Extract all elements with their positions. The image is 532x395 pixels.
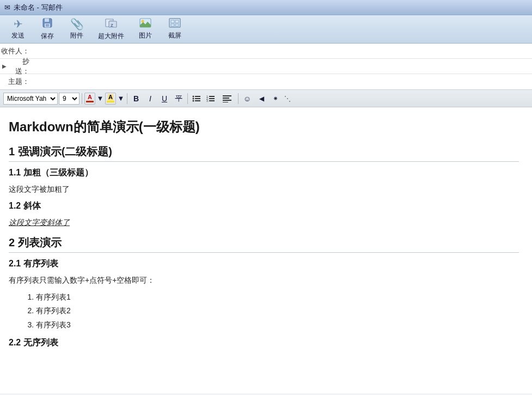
section2-h3-1: 2.1 有序列表 xyxy=(9,258,519,270)
cc-expand-icon[interactable]: ▶ xyxy=(0,63,9,69)
svg-rect-3 xyxy=(46,24,49,27)
subject-row: 主题： xyxy=(0,74,532,89)
svg-rect-14 xyxy=(171,24,174,26)
image-button[interactable]: 图片 xyxy=(132,16,159,42)
section2-h2: 2 列表演示 xyxy=(9,235,519,253)
screenshot-label: 截屏 xyxy=(168,31,181,40)
fmt-sep-3 xyxy=(187,93,188,104)
font-family-select[interactable]: Microsoft Yah SimSun Arial xyxy=(3,93,58,105)
image-icon xyxy=(139,18,151,29)
list-item: 有序列表2 xyxy=(36,304,519,318)
save-label: 保存 xyxy=(41,32,54,41)
svg-point-16 xyxy=(193,95,194,97)
screenshot-button[interactable]: 截屏 xyxy=(161,16,188,42)
fmt-sep-1 xyxy=(82,93,82,104)
svg-text:Z: Z xyxy=(111,23,113,28)
send-button[interactable]: ✈ 发送 xyxy=(4,16,32,42)
attachment-icon: 📎 xyxy=(70,19,84,29)
save-icon xyxy=(42,17,53,30)
svg-rect-21 xyxy=(195,100,200,101)
large-attachment-button[interactable]: Z 超大附件 xyxy=(93,15,130,43)
svg-rect-19 xyxy=(195,98,200,99)
svg-point-18 xyxy=(193,98,194,99)
svg-rect-30 xyxy=(223,100,231,101)
emoji-button[interactable]: ☺ xyxy=(241,93,254,105)
section1-p1: 这段文字被加粗了 xyxy=(9,183,519,195)
underline-button[interactable]: U xyxy=(158,93,171,105)
to-input[interactable] xyxy=(33,46,532,56)
more-button[interactable]: ⁕‍ xyxy=(269,93,282,105)
section2-p1: 有序列表只需输入数字+点符号+空格即可： xyxy=(9,274,519,286)
svg-point-9 xyxy=(142,20,144,23)
font-color-dropdown[interactable]: ▼ xyxy=(96,93,104,105)
large-attachment-label: 超大附件 xyxy=(98,32,124,41)
svg-rect-29 xyxy=(223,98,229,99)
send-label: 发送 xyxy=(11,31,25,40)
svg-rect-27 xyxy=(209,100,215,101)
format-toolbar: Microsoft Yah SimSun Arial 9 8 10 11 12 … xyxy=(0,90,532,107)
fmt-sep-2 xyxy=(127,93,127,104)
section1-h3-2: 1.2 斜体 xyxy=(9,200,519,212)
attachment-button[interactable]: 📎 附件 xyxy=(63,16,90,42)
bg-color-dropdown[interactable]: ▼ xyxy=(117,93,125,105)
list-item: 有序列表3 xyxy=(36,318,519,332)
subject-input[interactable] xyxy=(33,77,532,87)
svg-text:3.: 3. xyxy=(206,99,209,102)
svg-point-20 xyxy=(193,100,194,101)
strikethrough-button[interactable]: 平 xyxy=(172,93,185,105)
subject-label: 主题： xyxy=(0,77,33,87)
ordered-list: 有序列表1 有序列表2 有序列表3 xyxy=(36,290,519,332)
bold-button[interactable]: B xyxy=(130,93,143,105)
title-bar-text: 未命名 - 写邮件 xyxy=(14,3,63,13)
to-row: 收件人： xyxy=(0,44,532,59)
svg-rect-23 xyxy=(209,96,215,97)
italic-button[interactable]: I xyxy=(144,93,157,105)
cc-input[interactable] xyxy=(33,61,532,71)
email-headers: 收件人： ▶ 抄送： 主题： xyxy=(0,44,532,90)
editor-area[interactable]: Markdown的简单演示(一级标题) 1 强调演示(二级标题) 1.1 加粗（… xyxy=(0,107,532,393)
to-label: 收件人： xyxy=(0,46,33,56)
cc-label: 抄送： xyxy=(9,57,33,76)
title-bar-icon: ✉ xyxy=(4,3,10,11)
large-attachment-icon: Z xyxy=(105,17,117,30)
attachment-label: 附件 xyxy=(70,31,83,40)
save-button[interactable]: 保存 xyxy=(34,15,61,43)
svg-rect-1 xyxy=(45,19,49,22)
svg-rect-15 xyxy=(175,24,179,26)
ordered-list-button[interactable]: 1.2.3. xyxy=(204,93,217,105)
signature-button[interactable]: ◀ xyxy=(255,93,268,105)
fmt-sep-4 xyxy=(238,93,239,104)
section1-h3-1: 1.1 加粗（三级标题） xyxy=(9,167,519,179)
image-label: 图片 xyxy=(139,31,152,40)
unordered-list-button[interactable] xyxy=(190,93,203,105)
svg-rect-28 xyxy=(223,95,231,96)
screenshot-icon xyxy=(169,18,181,29)
send-icon: ✈ xyxy=(14,19,23,29)
section1-h2: 1 强调演示(二级标题) xyxy=(9,144,519,162)
cc-row: ▶ 抄送： xyxy=(0,59,532,74)
content-h1: Markdown的简单演示(一级标题) xyxy=(9,118,519,136)
svg-rect-13 xyxy=(175,20,179,23)
svg-rect-12 xyxy=(171,20,174,23)
email-content: Markdown的简单演示(一级标题) 1 强调演示(二级标题) 1.1 加粗（… xyxy=(9,118,519,349)
font-color-button[interactable]: A xyxy=(84,93,95,105)
list-item: 有序列表1 xyxy=(36,290,519,304)
svg-rect-17 xyxy=(195,96,200,97)
svg-rect-31 xyxy=(223,102,228,102)
align-button[interactable] xyxy=(218,93,236,105)
title-bar: ✉ 未命名 - 写邮件 xyxy=(0,0,532,15)
bg-color-button[interactable]: A xyxy=(105,93,116,105)
section1-p2: 这段文字变斜体了 xyxy=(9,216,519,228)
section2-h3-2: 2.2 无序列表 xyxy=(9,337,519,349)
svg-rect-25 xyxy=(209,98,215,99)
main-toolbar: ✈ 发送 保存 📎 附件 Z 超大附件 图片 截屏 xyxy=(0,15,532,44)
font-size-select[interactable]: 9 8 10 11 12 xyxy=(59,93,80,105)
extra-tools-icon: ⋱ xyxy=(284,95,291,102)
